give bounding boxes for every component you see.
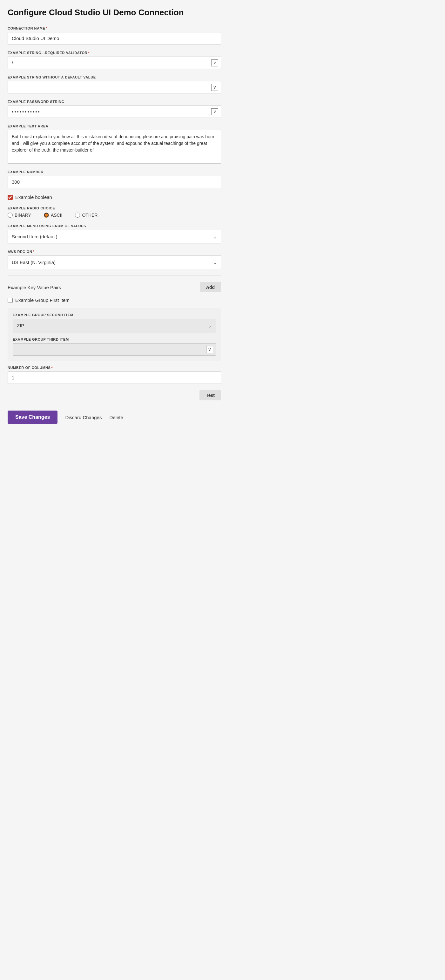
validator-icon-3: V (211, 108, 218, 115)
action-bar: Save Changes Discard Changes Delete (8, 408, 221, 424)
add-key-value-button[interactable]: Add (200, 282, 221, 292)
example-password-input-wrapper: V (8, 105, 221, 118)
example-password-field: EXAMPLE PASSWORD STRING V (8, 100, 221, 118)
connection-name-input-wrapper (8, 32, 221, 45)
example-number-input[interactable] (8, 176, 221, 188)
example-menu-field: EXAMPLE MENU USING ENUM OF VALUES First … (8, 224, 221, 243)
example-string-no-default-input-wrapper: V (8, 81, 221, 94)
aws-region-select-wrapper: US East (N. Virginia) US West (Oregon) E… (8, 256, 221, 269)
connection-name-label: CONNECTION NAME* (8, 26, 221, 30)
radio-item-other: OTHER (75, 213, 97, 218)
group-first-item-checkbox[interactable] (8, 298, 13, 303)
example-menu-select[interactable]: First Item Second Item (default) Third I… (8, 230, 221, 243)
num-columns-input-wrapper (8, 371, 221, 384)
example-password-label: EXAMPLE PASSWORD STRING (8, 100, 221, 103)
example-number-field: EXAMPLE NUMBER (8, 170, 221, 188)
example-textarea-wrapper: But I must explain to you how all this m… (8, 130, 221, 164)
group-first-item-label: Example Group First Item (15, 298, 70, 303)
example-string-required-field: EXAMPLE STRING...REQUIRED VALIDATOR* V (8, 51, 221, 69)
num-columns-input[interactable] (8, 372, 221, 383)
group-section: EXAMPLE GROUP SECOND ITEM ZIP GZIP NONE … (8, 308, 221, 361)
delete-button[interactable]: Delete (109, 415, 123, 420)
example-radio-field: EXAMPLE RADIO CHOICE BINARY ASCII OTHER (8, 206, 221, 218)
radio-other-label: OTHER (82, 213, 97, 218)
discard-changes-button[interactable]: Discard Changes (65, 415, 102, 420)
group-second-item-select-wrapper: ZIP GZIP NONE ⌄ (13, 319, 216, 332)
radio-binary-input[interactable] (8, 213, 13, 218)
test-row: Test (8, 390, 221, 400)
example-string-required-label: EXAMPLE STRING...REQUIRED VALIDATOR* (8, 51, 221, 55)
radio-binary-label: BINARY (14, 213, 31, 218)
example-textarea-field: EXAMPLE TEXT AREA But I must explain to … (8, 124, 221, 164)
group-third-item-label: EXAMPLE GROUP THIRD ITEM (13, 337, 216, 341)
validator-icon: V (211, 59, 218, 67)
example-number-input-wrapper (8, 176, 221, 188)
radio-item-ascii: ASCII (44, 213, 63, 218)
example-string-no-default-input[interactable] (8, 81, 221, 93)
aws-region-label: AWS REGION* (8, 250, 221, 254)
group-third-item-input-wrapper: V (13, 343, 216, 356)
connection-name-input[interactable] (8, 32, 221, 44)
radio-other-input[interactable] (75, 213, 80, 218)
num-columns-field: NUMBER OF COLUMNS* (8, 366, 221, 384)
validator-icon-2: V (211, 84, 218, 91)
test-button[interactable]: Test (199, 390, 221, 400)
radio-ascii-input[interactable] (44, 213, 49, 218)
example-boolean-label: Example boolean (15, 194, 52, 200)
divider-1 (8, 275, 221, 276)
key-value-pairs-header: Example Key Value Pairs Add (8, 282, 221, 292)
radio-item-binary: BINARY (8, 213, 31, 218)
page-title: Configure Cloud Studio UI Demo Connectio… (8, 8, 221, 18)
group-second-item-field: EXAMPLE GROUP SECOND ITEM ZIP GZIP NONE … (13, 313, 216, 332)
group-third-item-field: EXAMPLE GROUP THIRD ITEM V (13, 337, 216, 356)
connection-name-field: CONNECTION NAME* (8, 26, 221, 45)
example-password-input[interactable] (8, 106, 221, 118)
example-string-no-default-label: EXAMPLE STRING WITHOUT A DEFAULT VALUE (8, 75, 221, 79)
group-third-item-input[interactable] (13, 344, 216, 355)
example-menu-select-wrapper: First Item Second Item (default) Third I… (8, 230, 221, 243)
save-button[interactable]: Save Changes (8, 410, 57, 424)
example-string-required-input-wrapper: V (8, 57, 221, 69)
group-second-item-label: EXAMPLE GROUP SECOND ITEM (13, 313, 216, 317)
aws-region-select[interactable]: US East (N. Virginia) US West (Oregon) E… (8, 256, 221, 269)
validator-icon-4: V (206, 346, 213, 353)
example-string-no-default-field: EXAMPLE STRING WITHOUT A DEFAULT VALUE V (8, 75, 221, 94)
example-textarea-input[interactable]: But I must explain to you how all this m… (8, 130, 221, 162)
group-first-item-row: Example Group First Item (8, 298, 221, 303)
num-columns-label: NUMBER OF COLUMNS* (8, 366, 221, 369)
aws-region-field: AWS REGION* US East (N. Virginia) US Wes… (8, 250, 221, 269)
key-value-pairs-label: Example Key Value Pairs (8, 285, 61, 290)
example-boolean-row: Example boolean (8, 194, 221, 200)
example-boolean-checkbox[interactable] (8, 195, 13, 200)
example-radio-label: EXAMPLE RADIO CHOICE (8, 206, 221, 210)
example-menu-label: EXAMPLE MENU USING ENUM OF VALUES (8, 224, 221, 228)
example-textarea-label: EXAMPLE TEXT AREA (8, 124, 221, 128)
example-radio-group: BINARY ASCII OTHER (8, 213, 221, 218)
example-number-label: EXAMPLE NUMBER (8, 170, 221, 174)
example-string-required-input[interactable] (8, 57, 221, 68)
radio-ascii-label: ASCII (51, 213, 63, 218)
group-second-item-select[interactable]: ZIP GZIP NONE (13, 319, 216, 332)
